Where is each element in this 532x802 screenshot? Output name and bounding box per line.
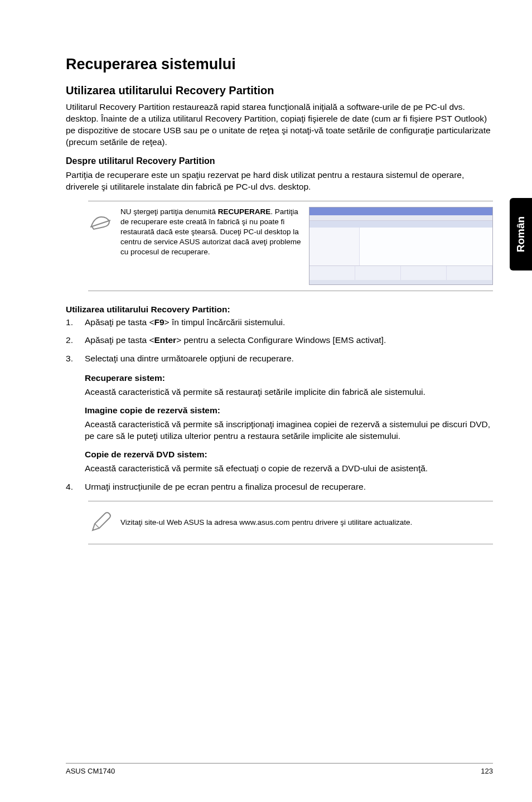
option-2-title: Imagine copie de rezervă sistem: bbox=[85, 405, 493, 417]
note-box-do-not-delete: NU ştergeţi partiţia denumită RECUPERARE… bbox=[88, 201, 493, 291]
note-text: NU ştergeţi partiţia denumită RECUPERARE… bbox=[120, 207, 301, 258]
option-3-title: Copie de rezervă DVD sistem: bbox=[85, 449, 493, 461]
step-3: Selectaţi una dintre următoarele opţiuni… bbox=[66, 353, 493, 365]
steps-heading: Utilizarea utilitarului Recovery Partiti… bbox=[66, 305, 493, 315]
steps-list: Apăsaţi pe tasta <F9> în timpul încărcăr… bbox=[66, 317, 493, 365]
option-2-body: Această caracteristică vă permite să ins… bbox=[85, 419, 493, 442]
option-3: Copie de rezervă DVD sistem: Această car… bbox=[85, 449, 493, 475]
pencil-icon bbox=[88, 508, 113, 537]
note-text-pre: NU ştergeţi partiţia denumită bbox=[120, 207, 218, 216]
step-4: Urmaţi instrucţiunile de pe ecran pentru… bbox=[66, 481, 493, 493]
about-paragraph: Partiţia de recuperare este un spaţiu re… bbox=[66, 170, 493, 193]
step-2: Apăsaţi pe tasta <Enter> pentru a select… bbox=[66, 335, 493, 346]
note-website-text: Vizitaţi site-ul Web ASUS la adresa www.… bbox=[120, 518, 493, 528]
option-2: Imagine copie de rezervă sistem: Această… bbox=[85, 405, 493, 442]
section-heading-about: Despre utilitarul Recovery Partition bbox=[66, 156, 493, 166]
step-2-text-c: > pentru a selecta Configurare Windows [… bbox=[176, 335, 386, 345]
option-1-title: Recuperare sistem: bbox=[85, 373, 493, 384]
steps-list-continued: Urmaţi instrucţiunile de pe ecran pentru… bbox=[66, 481, 493, 493]
step-2-key: Enter bbox=[154, 335, 177, 345]
step-1: Apăsaţi pe tasta <F9> în timpul încărcăr… bbox=[66, 317, 493, 328]
note-box-website: Vizitaţi site-ul Web ASUS la adresa www.… bbox=[88, 501, 493, 544]
page-title: Recuperarea sistemului bbox=[66, 56, 493, 73]
footer-model: ASUS CM1740 bbox=[66, 767, 115, 775]
page-footer: ASUS CM1740 123 bbox=[66, 763, 493, 775]
section-heading-usage: Utilizarea utilitarului Recovery Partiti… bbox=[66, 84, 493, 97]
step-1-text-c: > în timpul încărcării sistemului. bbox=[165, 317, 286, 327]
step-1-key: F9 bbox=[154, 317, 165, 327]
disk-management-screenshot bbox=[309, 207, 493, 285]
option-1: Recuperare sistem: Această caracteristic… bbox=[85, 373, 493, 398]
note-icon bbox=[88, 207, 113, 236]
note-text-bold: RECUPERARE bbox=[218, 207, 271, 216]
step-2-text-a: Apăsaţi pe tasta < bbox=[85, 335, 154, 345]
option-1-body: Această caracteristică vă permite să res… bbox=[85, 386, 493, 398]
step-1-text-a: Apăsaţi pe tasta < bbox=[85, 317, 154, 327]
option-3-body: Această caracteristică vă permite să efe… bbox=[85, 463, 493, 475]
intro-paragraph: Utilitarul Recovery Partition restaureaz… bbox=[66, 102, 493, 148]
page-content: Recuperarea sistemului Utilizarea utilit… bbox=[0, 0, 532, 544]
footer-page-number: 123 bbox=[481, 767, 493, 775]
